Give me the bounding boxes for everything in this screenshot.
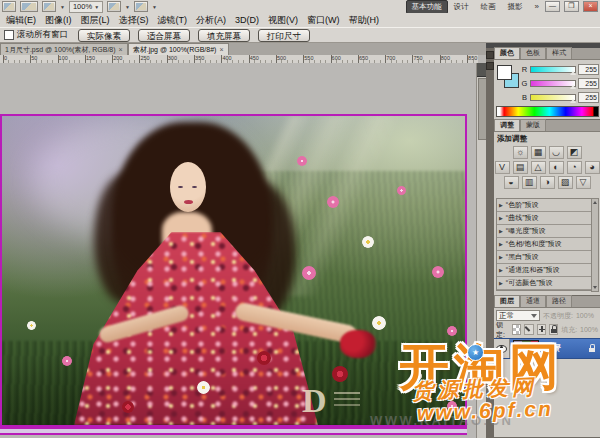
channel-slider[interactable] [530, 80, 576, 87]
restore-button[interactable]: ❐ [564, 1, 579, 12]
levels-icon[interactable]: ▦ [531, 146, 546, 159]
menu-item[interactable]: 视图(V) [268, 14, 298, 27]
dock-collapse-icon[interactable] [486, 51, 494, 59]
layer-thumbnail[interactable] [513, 340, 539, 357]
layer-row-background[interactable]: 背景 [494, 338, 600, 359]
screen-mode-icon[interactable] [134, 1, 148, 12]
options-button[interactable]: 填充屏幕 [198, 29, 250, 42]
menu-item[interactable]: 图像(I) [45, 14, 72, 27]
menu-item[interactable]: 滤镜(T) [158, 14, 188, 27]
arrange-documents-icon[interactable] [107, 1, 121, 12]
menu-item[interactable]: 窗口(W) [307, 14, 340, 27]
expand-arrow-icon[interactable]: ▶ [499, 280, 503, 286]
menu-item[interactable]: 3D(D) [235, 15, 259, 25]
selective-color-icon[interactable]: ▽ [576, 176, 591, 189]
exposure-icon[interactable]: ◩ [567, 146, 582, 159]
expand-arrow-icon[interactable]: ▶ [499, 254, 503, 260]
panel-tab[interactable]: 样式 [546, 47, 572, 59]
scrollbar-button[interactable] [477, 63, 486, 77]
chevron-down-icon[interactable]: ▼ [125, 4, 130, 10]
eye-icon[interactable] [496, 345, 507, 353]
preset-list-item[interactable]: ▶ “通道混和器”预设 [497, 264, 592, 277]
workspace-button[interactable]: 摄影 [502, 0, 529, 14]
close-button[interactable]: × [583, 1, 598, 12]
threshold-icon[interactable]: ◑ [540, 176, 555, 189]
posterize-icon[interactable]: ▥ [522, 176, 537, 189]
fill-value[interactable]: 100% [580, 326, 598, 333]
scrollbar-thumb[interactable] [478, 78, 486, 140]
vibrance-icon[interactable]: V [495, 161, 510, 174]
expand-arrow-icon[interactable]: ▶ [499, 215, 503, 221]
lock-transparent-pixels-icon[interactable] [512, 324, 521, 335]
zoom-level-field[interactable]: 100% ▼ [69, 1, 103, 13]
preset-list-item[interactable]: ▶ “色阶”预设 [497, 199, 592, 212]
brightness-contrast-icon[interactable]: ☼ [513, 146, 528, 159]
document-tab[interactable]: 素材.jpg @ 100%(RGB/8#) × [128, 43, 229, 55]
expand-arrow-icon[interactable]: ▶ [499, 267, 503, 273]
menu-item[interactable]: 编辑(E) [6, 14, 36, 27]
vertical-scrollbar[interactable] [476, 63, 486, 438]
presets-scrollbar[interactable] [591, 198, 599, 292]
lock-position-icon[interactable] [537, 324, 546, 335]
preset-list-item[interactable]: ▶ “可选颜色”预设 [497, 277, 592, 290]
channel-slider[interactable] [530, 94, 576, 101]
panel-tab[interactable]: 颜色 [494, 47, 520, 59]
layer-name[interactable]: 背景 [544, 343, 588, 354]
panel-tab[interactable]: 通道 [520, 295, 546, 307]
document-tab[interactable]: 1月尺寸.psd @ 100%(素材, RGB/8) × [0, 43, 128, 55]
chevron-down-icon[interactable]: ▼ [152, 4, 157, 10]
invert-icon[interactable]: ◒ [504, 176, 519, 189]
expand-arrow-icon[interactable]: ▶ [499, 228, 503, 234]
minimize-button[interactable]: — [545, 1, 560, 12]
launch-bridge-icon[interactable] [20, 1, 38, 12]
options-button[interactable]: 实际像素 [78, 29, 130, 42]
channel-value-input[interactable]: 255 [578, 78, 599, 89]
panel-tab[interactable]: 调整 [494, 119, 520, 131]
panel-tab[interactable]: 色板 [520, 47, 546, 59]
channel-value-input[interactable]: 255 [578, 92, 599, 103]
options-button[interactable]: 打印尺寸 [258, 29, 310, 42]
dock-panel-icon[interactable] [486, 62, 494, 70]
preset-list-item[interactable]: ▶ “黑白”预设 [497, 251, 592, 264]
tab-close-icon[interactable]: × [219, 46, 223, 53]
black-white-icon[interactable]: ◐ [549, 161, 564, 174]
channel-value-input[interactable]: 255 [578, 64, 599, 75]
hue-saturation-icon[interactable]: ▤ [513, 161, 528, 174]
workspace-button[interactable]: 绘画 [475, 0, 502, 14]
color-spectrum-ramp[interactable] [496, 106, 599, 117]
view-extras-icon[interactable] [42, 1, 56, 12]
foreground-color-swatch[interactable] [497, 65, 512, 80]
chevron-down-icon[interactable]: ▼ [60, 4, 65, 10]
menu-item[interactable]: 图层(L) [81, 14, 110, 27]
color-balance-icon[interactable]: △ [531, 161, 546, 174]
menu-item[interactable]: 分析(A) [196, 14, 226, 27]
panel-tab[interactable]: 蒙版 [520, 119, 546, 131]
preset-list-item[interactable]: ▶ “色相/饱和度”预设 [497, 238, 592, 251]
app-logo-icon[interactable] [2, 1, 16, 12]
preset-list-item[interactable]: ▶ “曲线”预设 [497, 212, 592, 225]
lock-all-icon[interactable] [549, 324, 558, 335]
panel-tab[interactable]: 图层 [494, 295, 520, 307]
opacity-value[interactable]: 100% [576, 312, 594, 319]
scroll-all-windows-checkbox[interactable]: 滚动所有窗口 [4, 29, 68, 41]
workspace-button[interactable]: 基本功能 [406, 0, 448, 14]
menu-item[interactable]: 帮助(H) [349, 14, 380, 27]
expand-arrow-icon[interactable]: ▶ [499, 202, 503, 208]
tab-close-icon[interactable]: × [119, 46, 123, 53]
photo-document[interactable]: D [0, 114, 467, 427]
photo-filter-icon[interactable]: ◔ [567, 161, 582, 174]
workspace-overflow-icon[interactable]: » [535, 2, 539, 11]
canvas-area[interactable]: D [0, 63, 486, 438]
menu-item[interactable]: 选择(S) [119, 14, 149, 27]
channel-slider[interactable] [530, 66, 576, 73]
channel-mixer-icon[interactable]: ◕ [585, 161, 600, 174]
dock-collapse-strip[interactable] [486, 48, 494, 438]
expand-arrow-icon[interactable]: ▶ [499, 241, 503, 247]
preset-list-item[interactable]: ▶ “曝光度”预设 [497, 225, 592, 238]
lock-image-pixels-icon[interactable] [524, 324, 533, 335]
panel-tab[interactable]: 路径 [546, 295, 572, 307]
curves-icon[interactable]: ◡ [549, 146, 564, 159]
gradient-map-icon[interactable]: ▨ [558, 176, 573, 189]
checkbox-icon[interactable] [4, 30, 14, 40]
options-button[interactable]: 适合屏幕 [138, 29, 190, 42]
